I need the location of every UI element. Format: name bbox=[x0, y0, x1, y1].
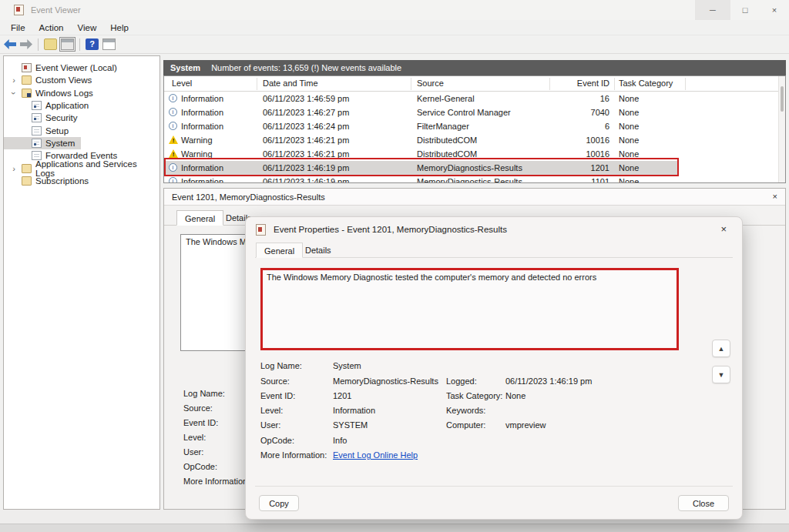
folder-icon bbox=[22, 164, 32, 173]
cell-level: Warning bbox=[181, 136, 213, 145]
field-value: SYSTEM bbox=[333, 420, 368, 430]
field-label: More Information: bbox=[260, 450, 327, 460]
menu-item-file[interactable]: File bbox=[5, 22, 33, 34]
column-header-date[interactable]: Date and Time bbox=[263, 79, 318, 88]
scrollbar-thumb[interactable] bbox=[781, 86, 784, 112]
tab-divider bbox=[255, 257, 733, 258]
tree-item-label: Applications and Services Logs bbox=[35, 159, 153, 178]
table-scrollbar[interactable] bbox=[778, 76, 785, 182]
tree-item-setup[interactable]: Setup bbox=[4, 124, 75, 136]
preview-pane-icon[interactable] bbox=[102, 38, 116, 50]
chevron-right-icon[interactable]: › bbox=[10, 165, 18, 172]
cell-task: None bbox=[619, 94, 639, 103]
back-icon[interactable] bbox=[4, 39, 16, 49]
field-label: OpCode: bbox=[260, 436, 294, 445]
field-value: 06/11/2023 1:46:19 pm bbox=[505, 376, 592, 386]
dialog-tab-general[interactable]: General bbox=[256, 243, 303, 258]
cell-task: None bbox=[619, 177, 639, 183]
tree-item-subscriptions[interactable]: › Subscriptions bbox=[4, 175, 95, 187]
field-value: System bbox=[333, 361, 361, 370]
column-header-source[interactable]: Source bbox=[417, 79, 444, 88]
event-row[interactable]: i Information 06/11/2023 1:46:27 pm Serv… bbox=[164, 105, 785, 119]
log-icon bbox=[32, 139, 42, 148]
information-icon: i bbox=[169, 94, 177, 102]
column-header-level[interactable]: Level bbox=[172, 79, 192, 88]
cell-level: Information bbox=[181, 108, 223, 117]
tree-item-security[interactable]: Security bbox=[4, 112, 84, 124]
tree-item-application[interactable]: Application bbox=[4, 99, 95, 112]
next-event-button[interactable]: ▼ bbox=[712, 366, 730, 383]
chevron-right-icon[interactable]: › bbox=[10, 76, 18, 84]
chevron-down-icon[interactable]: › bbox=[10, 89, 18, 97]
dialog-tab-details[interactable]: Details bbox=[297, 243, 339, 258]
tree-item-applications-services-logs[interactable]: › Applications and Services Logs bbox=[4, 162, 159, 174]
menu-item-help[interactable]: Help bbox=[104, 22, 136, 34]
warning-icon: ! bbox=[169, 136, 178, 144]
column-divider bbox=[685, 78, 686, 90]
minimize-button[interactable]: ─ bbox=[695, 0, 730, 20]
column-header-task-category[interactable]: Task Category bbox=[619, 79, 673, 88]
title-bar: Event Viewer ─ □ × bbox=[0, 0, 789, 20]
properties-icon-header bbox=[62, 39, 73, 42]
tree-item-event-viewer-local[interactable]: › Event Viewer (Local) bbox=[4, 62, 123, 74]
copy-button[interactable]: Copy bbox=[259, 495, 299, 511]
tree-item-label: Application bbox=[45, 101, 89, 110]
field-value: MemoryDiagnostics-Results bbox=[333, 376, 438, 386]
console-tree: › Event Viewer (Local) › Custom Views › … bbox=[3, 55, 160, 510]
dialog-close-icon[interactable]: × bbox=[720, 223, 727, 235]
cell-level: Information bbox=[181, 122, 223, 131]
footer-divider bbox=[255, 486, 733, 487]
folder-icon bbox=[22, 89, 32, 98]
previous-event-button[interactable]: ▲ bbox=[712, 340, 730, 357]
close-dialog-button[interactable]: Close bbox=[678, 495, 729, 511]
field-value: 1201 bbox=[333, 391, 351, 400]
tree-item-custom-views[interactable]: › Custom Views bbox=[4, 74, 98, 86]
cell-task: None bbox=[619, 136, 639, 145]
table-header: Level Date and Time Source Event ID Task… bbox=[164, 76, 785, 92]
menu-item-view[interactable]: View bbox=[72, 22, 105, 34]
field-label: Logged: bbox=[446, 376, 477, 386]
export-icon[interactable] bbox=[44, 38, 57, 50]
preview-field-label: OpCode: bbox=[183, 462, 217, 471]
field-value: Information bbox=[333, 406, 375, 415]
log-icon bbox=[32, 101, 42, 110]
preview-field-label: Log Name: bbox=[183, 389, 225, 398]
icon-accent bbox=[34, 143, 36, 146]
dialog-title: Event Properties - Event 1201, MemoryDia… bbox=[274, 225, 507, 234]
close-button[interactable]: × bbox=[760, 0, 789, 20]
window-title: Event Viewer bbox=[31, 5, 81, 15]
tree-item-system[interactable]: System bbox=[4, 137, 81, 149]
field-label: Keywords: bbox=[446, 406, 485, 415]
folder-icon bbox=[22, 75, 32, 85]
cell-event-id: 1101 bbox=[553, 177, 609, 183]
show-properties-icon[interactable] bbox=[61, 38, 74, 50]
preview-close-icon[interactable]: × bbox=[773, 192, 777, 201]
dialog-app-icon bbox=[256, 224, 266, 236]
icon-accent bbox=[27, 93, 31, 97]
column-header-event-id[interactable]: Event ID bbox=[553, 79, 609, 88]
field-label: Task Category: bbox=[446, 391, 502, 400]
event-row[interactable]: i Information 06/11/2023 1:46:59 pm Kern… bbox=[164, 92, 785, 105]
field-value: vmpreview bbox=[505, 420, 546, 430]
event-row[interactable]: i Information 06/11/2023 1:46:24 pm Filt… bbox=[164, 119, 785, 133]
column-divider bbox=[549, 78, 550, 90]
event-log-online-help-link[interactable]: Event Log Online Help bbox=[333, 450, 418, 460]
menu-item-action[interactable]: Action bbox=[33, 22, 72, 34]
column-divider bbox=[411, 78, 411, 90]
tree-item-label: Custom Views bbox=[35, 75, 92, 85]
field-value: Info bbox=[333, 436, 347, 445]
help-icon[interactable]: ? bbox=[86, 38, 99, 50]
event-row[interactable]: ! Warning 06/11/2023 1:46:21 pm Distribu… bbox=[164, 133, 785, 147]
cell-event-id: 6 bbox=[553, 122, 609, 131]
tree-item-windows-logs[interactable]: › Windows Logs bbox=[4, 87, 99, 99]
field-label: Computer: bbox=[446, 420, 485, 430]
tree-item-label: Subscriptions bbox=[35, 176, 89, 186]
preview-tab-general[interactable]: General bbox=[176, 210, 223, 226]
tree-item-label: Event Viewer (Local) bbox=[35, 63, 117, 72]
cell-event-id: 10016 bbox=[553, 136, 609, 145]
subscriptions-icon bbox=[22, 176, 32, 186]
forward-icon[interactable] bbox=[20, 39, 32, 49]
log-icon bbox=[32, 113, 42, 122]
preview-field-label: More Information bbox=[183, 477, 247, 486]
maximize-button[interactable]: □ bbox=[730, 0, 760, 20]
